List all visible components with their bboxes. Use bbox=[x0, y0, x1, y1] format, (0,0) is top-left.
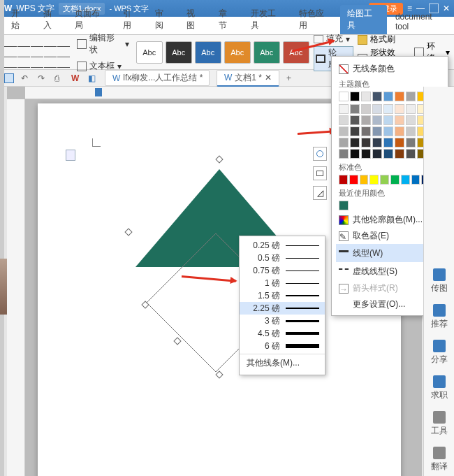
swatch[interactable] bbox=[372, 115, 382, 125]
shape-style-5[interactable]: Abc bbox=[283, 41, 309, 64]
sidepanel-4[interactable]: 工具 bbox=[431, 411, 448, 437]
doc-tab-0[interactable]: Wlfx柳发...人工作总结 * bbox=[105, 70, 210, 86]
swatch[interactable] bbox=[395, 127, 404, 136]
swatch[interactable] bbox=[369, 175, 379, 185]
line-width-0.75[interactable]: 0.75 磅 bbox=[240, 264, 325, 277]
print-icon[interactable]: ⎙ bbox=[54, 73, 64, 83]
layout-options-icon[interactable] bbox=[313, 147, 327, 161]
sidepanel-5[interactable]: 翻译 bbox=[431, 447, 448, 473]
handle-left[interactable] bbox=[124, 228, 132, 236]
shape-style-4[interactable]: Abc bbox=[254, 41, 280, 64]
tab-0[interactable]: 开始 bbox=[4, 5, 35, 34]
line-width-2.25[interactable]: 2.25 磅 bbox=[240, 302, 325, 315]
swatch[interactable] bbox=[395, 104, 404, 114]
shape-style-gallery[interactable]: AbcAbcAbcAbcAbcAbc bbox=[136, 41, 309, 64]
swatch[interactable] bbox=[372, 92, 382, 101]
format-brush-button[interactable]: 格式刷 bbox=[358, 34, 410, 45]
tab-6[interactable]: 章节 bbox=[212, 5, 242, 34]
swatch[interactable] bbox=[383, 115, 393, 125]
swatch[interactable] bbox=[395, 138, 404, 147]
tab-5[interactable]: 视图 bbox=[180, 5, 210, 34]
swatch[interactable] bbox=[383, 149, 393, 159]
shape-style-2[interactable]: Abc bbox=[195, 41, 221, 64]
redo-icon[interactable]: ↷ bbox=[38, 73, 47, 83]
shape-effects-float-icon[interactable]: ◿ bbox=[313, 186, 327, 200]
swatch[interactable] bbox=[339, 92, 349, 101]
swatch[interactable] bbox=[350, 127, 360, 136]
swatch[interactable] bbox=[372, 138, 382, 147]
tab-7[interactable]: 开发工具 bbox=[244, 5, 291, 34]
swatch[interactable] bbox=[406, 115, 416, 125]
shape-style-1[interactable]: Abc bbox=[166, 41, 192, 64]
shape-style-3[interactable]: Abc bbox=[224, 41, 251, 64]
swatch[interactable] bbox=[361, 149, 371, 159]
shape-style-0[interactable]: Abc bbox=[136, 41, 163, 64]
swatch[interactable] bbox=[395, 149, 404, 159]
close-tab-icon[interactable]: ✕ bbox=[265, 73, 272, 82]
swatch[interactable] bbox=[339, 149, 349, 159]
swatch[interactable] bbox=[372, 127, 382, 136]
swatch[interactable] bbox=[406, 104, 416, 114]
line-width-0.5[interactable]: 0.5 磅 bbox=[240, 252, 325, 264]
no-line-color[interactable]: 无线条颜色 bbox=[336, 61, 444, 77]
save-icon[interactable] bbox=[4, 73, 14, 83]
handle-top[interactable] bbox=[215, 155, 223, 163]
swatch[interactable] bbox=[383, 138, 393, 147]
sidepanel-2[interactable]: 分享 bbox=[431, 340, 448, 366]
swatch[interactable] bbox=[361, 115, 371, 125]
swatch[interactable] bbox=[360, 175, 369, 185]
shape-lines-gallery[interactable] bbox=[4, 37, 70, 68]
swatch[interactable] bbox=[372, 149, 382, 159]
swatch[interactable] bbox=[395, 115, 404, 125]
swatch[interactable] bbox=[339, 175, 348, 185]
line-width-0.25[interactable]: 0.25 磅 bbox=[240, 239, 325, 252]
tab-8[interactable]: 特色应用 bbox=[292, 5, 339, 34]
line-width-4.5[interactable]: 4.5 磅 bbox=[240, 327, 325, 340]
new-tab-icon[interactable]: + bbox=[286, 73, 291, 83]
sidepanel-0[interactable]: 传图 bbox=[431, 268, 448, 294]
swatch[interactable] bbox=[350, 92, 360, 101]
swatch[interactable] bbox=[361, 127, 371, 136]
swatch[interactable] bbox=[390, 175, 400, 185]
swatch[interactable] bbox=[383, 104, 393, 114]
line-width-6[interactable]: 6 磅 bbox=[240, 340, 325, 352]
tab-4[interactable]: 审阅 bbox=[148, 5, 179, 34]
swatch[interactable] bbox=[349, 175, 358, 185]
shape-picture-icon[interactable] bbox=[313, 166, 327, 180]
swatch[interactable] bbox=[380, 175, 389, 185]
cube-icon[interactable]: ◧ bbox=[88, 73, 98, 83]
swatch[interactable] bbox=[339, 138, 349, 147]
swatch[interactable] bbox=[339, 127, 349, 136]
line-width-1[interactable]: 1 磅 bbox=[240, 277, 325, 289]
sidepanel-1[interactable]: 推荐 bbox=[431, 304, 448, 330]
swatch[interactable] bbox=[361, 138, 371, 147]
w-icon[interactable]: W bbox=[71, 73, 81, 83]
swatch[interactable] bbox=[350, 149, 360, 159]
swatch[interactable] bbox=[350, 104, 360, 114]
swatch[interactable] bbox=[383, 127, 393, 136]
swatch[interactable] bbox=[383, 92, 393, 101]
tab-10[interactable]: document tool bbox=[388, 9, 454, 34]
swatch[interactable] bbox=[361, 92, 371, 101]
swatch[interactable] bbox=[406, 138, 416, 147]
ruler-marker[interactable] bbox=[95, 88, 102, 96]
menu-icon[interactable]: ≡ bbox=[407, 3, 412, 13]
line-width-3[interactable]: 3 磅 bbox=[240, 315, 325, 327]
swatch[interactable] bbox=[350, 138, 360, 147]
tab-2[interactable]: 页面布局 bbox=[68, 5, 115, 34]
swatch[interactable] bbox=[339, 201, 349, 210]
swatch[interactable] bbox=[411, 175, 420, 185]
undo-icon[interactable]: ↶ bbox=[21, 73, 31, 83]
swatch[interactable] bbox=[339, 104, 349, 114]
swatch[interactable] bbox=[406, 92, 416, 101]
tab-1[interactable]: 插入 bbox=[36, 5, 67, 34]
tab-9[interactable]: 绘图工具 bbox=[340, 5, 387, 34]
swatch[interactable] bbox=[339, 115, 349, 125]
doc-tab-1[interactable]: W文档1 *✕ bbox=[217, 70, 279, 87]
swatch[interactable] bbox=[406, 149, 416, 159]
swatch[interactable] bbox=[361, 104, 371, 114]
vertical-ruler[interactable] bbox=[7, 99, 25, 476]
tab-3[interactable]: 引用 bbox=[116, 5, 147, 34]
swatch[interactable] bbox=[372, 104, 382, 114]
other-line-width[interactable]: 其他线条(M)... bbox=[240, 354, 325, 372]
